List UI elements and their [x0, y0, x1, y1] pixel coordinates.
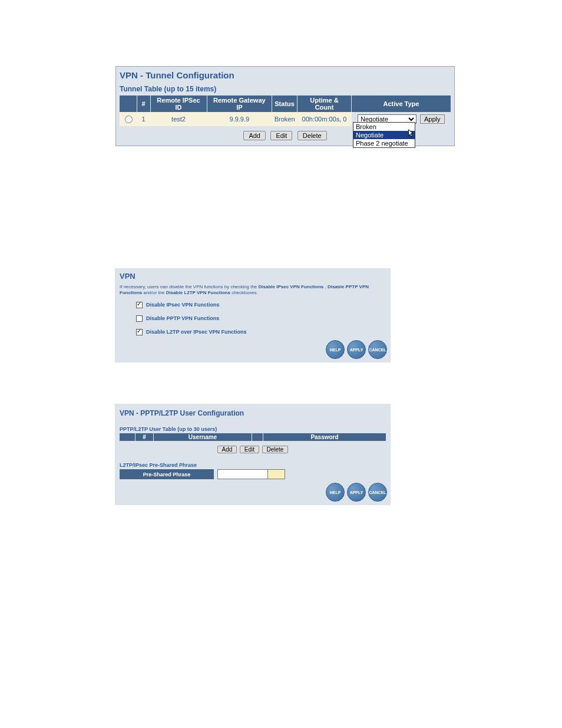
user-button-row: Add Edit Delete [120, 441, 386, 454]
help-button[interactable]: HELP [326, 483, 345, 502]
active-type-dropdown-popup: Broken Negotiate Phase 2 negotiate [353, 122, 415, 148]
desc-text: , [323, 284, 328, 289]
psp-header: Pre-Shared Phrase [120, 469, 214, 479]
action-buttons: HELP APPLY CANCEL [326, 340, 387, 359]
dropdown-option-broken[interactable]: Broken [353, 123, 415, 131]
panel-title: VPN - Tunnel Configuration [120, 69, 451, 84]
add-button[interactable]: Add [243, 131, 266, 140]
row-remote-gateway-ip: 9.9.9.9 [207, 112, 272, 126]
col-hash: # [135, 433, 154, 441]
col-remote-gateway-ip: Remote Gateway IP [207, 95, 272, 112]
disable-l2tp-label: Disable L2TP over IPsec VPN Functions [146, 329, 246, 335]
desc-text: If necessary, users can disable the VPN … [120, 284, 259, 289]
desc-bold-ipsec: Disable IPsec VPN Functions [259, 284, 324, 289]
apply-button[interactable]: APPLY [347, 483, 366, 502]
dropdown-option-phase2[interactable]: Phase 2 negotiate [353, 139, 415, 147]
user-table-header-row: # Username Password [120, 433, 386, 441]
vpn-description: If necessary, users can disable the VPN … [120, 284, 386, 297]
psp-input[interactable] [217, 469, 268, 479]
cancel-button[interactable]: CANCEL [368, 340, 387, 359]
psp-highlight [268, 469, 285, 479]
apply-button[interactable]: APPLY [347, 340, 366, 359]
pptp-l2tp-user-panel: VPN - PPTP/L2TP User Configuration PPTP/… [115, 404, 391, 505]
delete-button[interactable]: Delete [297, 131, 327, 140]
col-select [120, 95, 137, 112]
panel-title: VPN - PPTP/L2TP User Configuration [120, 407, 386, 419]
psp-row: Pre-Shared Phrase [120, 469, 386, 479]
row-status: Broken [272, 112, 297, 126]
col-hash: # [137, 95, 150, 112]
help-button[interactable]: HELP [326, 340, 345, 359]
col-password: Password [263, 433, 386, 441]
col-remote-ipsec-id: Remote IPSec ID [150, 95, 207, 112]
disable-pptp-label: Disable PPTP VPN Functions [146, 315, 219, 321]
tunnel-table-subtitle: Tunnel Table (up to 15 items) [120, 84, 451, 95]
desc-text: checkboxes. [230, 290, 258, 295]
vpn-disable-panel: VPN If necessary, users can disable the … [115, 268, 391, 363]
delete-button[interactable]: Delete [262, 446, 289, 453]
col-username: Username [154, 433, 252, 441]
row-select-radio[interactable] [125, 116, 133, 123]
col-active-type: Active Type [352, 95, 451, 112]
edit-button[interactable]: Edit [270, 131, 292, 140]
disable-ipsec-label: Disable IPsec VPN Functions [146, 302, 220, 308]
action-buttons: HELP APPLY CANCEL [326, 483, 387, 502]
row-num: 1 [137, 112, 150, 126]
row-remote-ipsec-id: test2 [150, 112, 207, 126]
col-uptime-count: Uptime & Count [297, 95, 352, 112]
disable-ipsec-checkbox[interactable] [136, 302, 143, 308]
psp-section-label: L2TP/IPsec Pre-Shared Phrase [120, 462, 386, 468]
col-status: Status [272, 95, 297, 112]
apply-button[interactable]: Apply [420, 114, 445, 124]
desc-text: and/or the [142, 290, 166, 295]
col-select [120, 433, 135, 441]
disable-l2tp-checkbox[interactable] [136, 329, 143, 335]
col-spacer [252, 433, 263, 441]
vpn-tunnel-config-panel: VPN - Tunnel Configuration Tunnel Table … [115, 66, 455, 146]
row-uptime-count: 00h:00m:00s, 0 [297, 112, 352, 126]
disable-pptp-checkbox[interactable] [136, 315, 143, 322]
panel-title: VPN [120, 272, 386, 281]
tunnel-table-header-row: # Remote IPSec ID Remote Gateway IP Stat… [120, 95, 451, 112]
edit-button[interactable]: Edit [240, 446, 259, 453]
desc-bold-l2tp: Disable L2TP VPN Functions [166, 290, 230, 295]
user-table: # Username Password [120, 433, 386, 441]
user-table-subtitle: PPTP/L2TP User Table (up to 30 users) [120, 426, 386, 432]
dropdown-option-negotiate[interactable]: Negotiate [353, 131, 415, 139]
cancel-button[interactable]: CANCEL [368, 483, 387, 502]
add-button[interactable]: Add [217, 446, 237, 453]
